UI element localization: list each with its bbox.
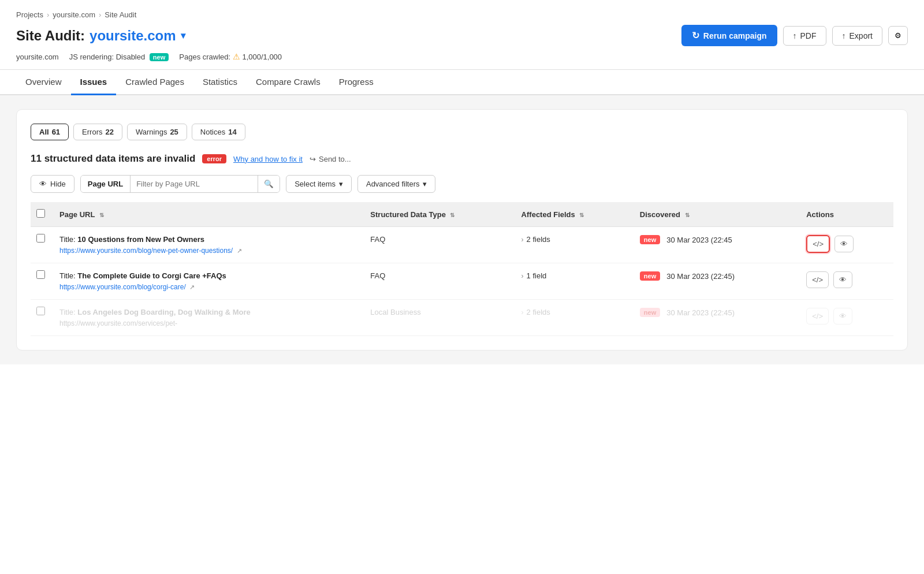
row-discovered-cell: new 30 Mar 2023 (22:45 (632, 227, 798, 263)
code-icon: </> (812, 275, 823, 284)
eye-icon: 👁 (839, 312, 847, 320)
row-checkbox[interactable] (36, 234, 45, 243)
table-row: Title: The Complete Guide to Corgi Care … (31, 263, 893, 300)
row-checkbox-cell (31, 263, 51, 300)
page-url-filter: Page URL 🔍 (80, 175, 280, 193)
issues-card: All 61 Errors 22 Warnings 25 Notices 14 (16, 109, 908, 351)
tab-progress[interactable]: Progress (330, 70, 383, 95)
row-fields-cell: › 2 fields (513, 227, 632, 263)
row-checkbox-cell (31, 227, 51, 263)
discovered-date: 30 Mar 2023 (22:45 (666, 236, 732, 244)
fields-expand-icon[interactable]: › (521, 272, 524, 280)
send-to-button[interactable]: ↪ Send to... (310, 155, 351, 163)
row-url-link[interactable]: https://www.yoursite.com/blog/corgi-care… (59, 283, 186, 291)
chevron-down-icon[interactable]: ▾ (181, 30, 185, 41)
gear-icon: ⚙ (895, 31, 901, 40)
breadcrumb-projects[interactable]: Projects (16, 10, 43, 19)
code-button[interactable]: </> (806, 235, 830, 253)
new-badge: new (640, 308, 660, 317)
pages-crawled: Pages crawled: ⚠ 1,000/1,000 (179, 52, 282, 61)
pdf-button[interactable]: ↑ PDF (783, 26, 826, 46)
title-prefix: Site Audit: (16, 28, 85, 44)
chevron-down-icon: ▾ (423, 180, 427, 188)
preview-button[interactable]: 👁 (833, 271, 852, 288)
sort-icon: ⇅ (99, 212, 104, 218)
new-badge: new (640, 235, 660, 244)
row-title: Title: The Complete Guide to Corgi Care … (59, 271, 354, 280)
page-title: Site Audit: yoursite.com ▾ (16, 28, 185, 44)
filter-tab-warnings[interactable]: Warnings 25 (127, 124, 187, 140)
error-badge: error (202, 154, 226, 163)
row-discovered-cell: new 30 Mar 2023 (22:45) (632, 300, 798, 336)
tab-overview[interactable]: Overview (16, 70, 71, 95)
col-structured-data-type[interactable]: Structured Data Type ⇅ (362, 202, 513, 227)
row-checkbox[interactable] (36, 307, 45, 315)
row-discovered-cell: new 30 Mar 2023 (22:45) (632, 263, 798, 300)
select-items-button[interactable]: Select items ▾ (286, 175, 352, 193)
table-header-row: Page URL ⇅ Structured Data Type ⇅ Affect… (31, 202, 893, 227)
meta-row: yoursite.com JS rendering: Disabled new … (16, 52, 908, 69)
discovered-date: 30 Mar 2023 (22:45) (666, 272, 735, 281)
preview-button[interactable]: 👁 (833, 308, 852, 325)
row-page-url-cell: Title: The Complete Guide to Corgi Care … (51, 263, 362, 300)
export-button[interactable]: ↑ Export (832, 26, 882, 46)
code-button[interactable]: </> (806, 308, 829, 325)
row-url-link[interactable]: https://www.yoursite.com/services/pet- (59, 319, 177, 327)
row-page-url-cell: Title: Los Angeles Dog Boarding, Dog Wal… (51, 300, 362, 336)
hide-button[interactable]: 👁 Hide (31, 175, 74, 193)
row-fields-cell: › 1 field (513, 263, 632, 300)
site-name[interactable]: yoursite.com (90, 28, 176, 44)
select-all-header (31, 202, 51, 227)
fields-expand-icon[interactable]: › (521, 236, 524, 244)
external-link-icon: ↗ (189, 284, 195, 290)
row-actions-cell: </> 👁 (798, 227, 893, 263)
breadcrumb-site[interactable]: yoursite.com (53, 10, 95, 19)
fields-count: 2 fields (527, 235, 550, 244)
tab-statistics[interactable]: Statistics (193, 70, 247, 95)
row-actions-cell: </> 👁 (798, 263, 893, 300)
code-icon: </> (812, 312, 823, 320)
table-wrapper: Page URL ⇅ Structured Data Type ⇅ Affect… (31, 202, 893, 336)
search-button[interactable]: 🔍 (258, 176, 280, 192)
main-content: All 61 Errors 22 Warnings 25 Notices 14 (0, 95, 924, 364)
breadcrumb-page: Site Audit (105, 10, 136, 19)
fields-count: 2 fields (527, 308, 550, 316)
issue-title: 11 structured data items are invalid (31, 153, 195, 165)
tab-compare-crawls[interactable]: Compare Crawls (247, 70, 330, 95)
settings-button[interactable]: ⚙ (888, 26, 908, 45)
toolbar: 👁 Hide Page URL 🔍 Select items ▾ Advance… (31, 175, 893, 193)
filter-tab-all[interactable]: All 61 (31, 124, 69, 140)
code-button[interactable]: </> (806, 271, 829, 288)
fields-count: 1 field (527, 271, 547, 280)
select-all-checkbox[interactable] (36, 209, 45, 218)
filter-tab-notices[interactable]: Notices 14 (192, 124, 245, 140)
row-actions-cell: </> 👁 (798, 300, 893, 336)
table-row: Title: Los Angeles Dog Boarding, Dog Wal… (31, 300, 893, 336)
advanced-filters-button[interactable]: Advanced filters ▾ (357, 175, 436, 193)
chevron-down-icon: ▾ (339, 180, 343, 188)
row-url-link[interactable]: https://www.yoursite.com/blog/new-pet-ow… (59, 247, 233, 255)
send-icon: ↪ (310, 155, 316, 163)
external-link-icon: ↗ (237, 247, 242, 254)
row-type-cell: Local Business (362, 300, 513, 336)
page-url-input[interactable] (131, 176, 258, 192)
fields-expand-icon[interactable]: › (521, 308, 524, 316)
col-page-url[interactable]: Page URL ⇅ (51, 202, 362, 227)
eye-icon: 👁 (839, 275, 847, 284)
tab-issues[interactable]: Issues (71, 70, 117, 95)
preview-button[interactable]: 👁 (834, 236, 854, 252)
discovered-date: 30 Mar 2023 (22:45) (666, 308, 735, 317)
fix-link[interactable]: Why and how to fix it (233, 155, 303, 163)
upload-icon: ↑ (793, 31, 797, 40)
row-title: Title: Los Angeles Dog Boarding, Dog Wal… (59, 308, 354, 316)
col-affected-fields[interactable]: Affected Fields ⇅ (513, 202, 632, 227)
new-badge: new (640, 271, 660, 281)
row-page-url-cell: Title: 10 Questions from New Pet Owners … (51, 227, 362, 263)
row-checkbox[interactable] (36, 270, 45, 279)
tab-crawled-pages[interactable]: Crawled Pages (116, 70, 193, 95)
filter-tab-errors[interactable]: Errors 22 (73, 124, 122, 140)
col-discovered[interactable]: Discovered ⇅ (632, 202, 798, 227)
rerun-campaign-button[interactable]: ↻ Rerun campaign (681, 25, 777, 46)
export-icon: ↑ (842, 31, 846, 40)
js-rendering: JS rendering: Disabled new (69, 53, 169, 61)
